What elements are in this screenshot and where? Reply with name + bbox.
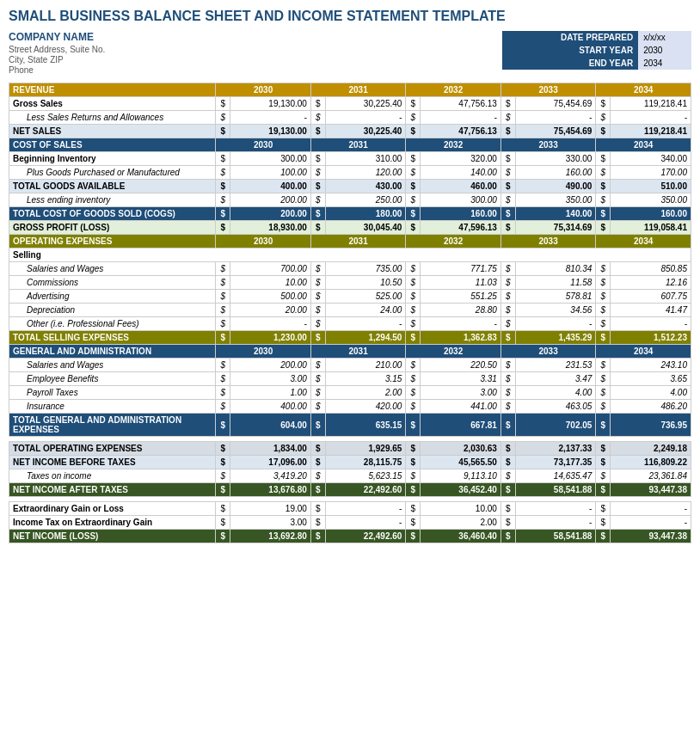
ga-salaries-label: Salaries and Wages [9, 359, 216, 372]
other-label: Other (i.e. Professional Fees) [9, 317, 216, 331]
gross-profit-row: GROSS PROFIT (LOSS) $18,930.00 $30,045.4… [9, 221, 691, 235]
total-selling-row: TOTAL SELLING EXPENSES $1,230.00 $1,294.… [9, 331, 691, 345]
start-year-value: 2030 [638, 44, 691, 57]
gen-admin-label: GENERAL AND ADMINISTRATION [9, 345, 216, 359]
year-2031-ga: 2031 [310, 345, 406, 359]
year-2030-ga: 2030 [216, 345, 311, 359]
selling-label-row: Selling [9, 248, 691, 262]
year-2034-ga: 2034 [596, 345, 691, 359]
year-2030-oe: 2030 [216, 235, 311, 248]
commissions-label: Commissions [9, 276, 216, 290]
operating-expenses-header-row: OPERATING EXPENSES 2030 2031 2032 2033 2… [9, 235, 691, 248]
year-2032-ga: 2032 [406, 345, 501, 359]
year-2031-cos: 2031 [310, 138, 406, 152]
total-goods-row: TOTAL GOODS AVAILABLE $400.00 $430.00 $4… [9, 180, 691, 193]
less-ending-label: Less ending inventory [9, 193, 216, 207]
selling-salaries-label: Salaries and Wages [9, 262, 216, 276]
net-sales-label: NET SALES [9, 125, 216, 138]
gross-profit-label: GROSS PROFIT (LOSS) [9, 221, 216, 235]
date-prepared-label: DATE PREPARED [502, 31, 638, 44]
net-after-taxes-row: NET INCOME AFTER TAXES $13,676.80 $22,49… [9, 483, 691, 497]
company-city: City, State ZIP [9, 55, 502, 64]
ga-salaries-row: Salaries and Wages $200.00 $210.00 $220.… [9, 359, 691, 372]
insurance-label: Insurance [9, 400, 216, 414]
year-2033-ga: 2033 [500, 345, 596, 359]
year-2031-oe: 2031 [310, 235, 406, 248]
income-tax-extraordinary-row: Income Tax on Extraordinary Gain $3.00 $… [9, 516, 691, 530]
company-name: COMPANY NAME [9, 31, 502, 43]
year-2030-revenue: 2030 [216, 83, 311, 97]
total-cogs-row: TOTAL COST OF GOODS SOLD (COGS) $200.00 … [9, 207, 691, 221]
company-address: Street Address, Suite No. [9, 45, 502, 54]
payroll-row: Payroll Taxes $1.00 $2.00 $3.00 $4.00 $4… [9, 386, 691, 400]
total-ga-row: TOTAL GENERAL AND ADMINISTRATION EXPENSE… [9, 414, 691, 437]
net-income-row: NET INCOME (LOSS) $13,692.80 $22,492.60 … [9, 530, 691, 543]
less-sales-row: Less Sales Returns and Allowances $- $- … [9, 111, 691, 125]
benefits-row: Employee Benefits $3.00 $3.15 $3.31 $3.4… [9, 372, 691, 386]
other-row: Other (i.e. Professional Fees) $- $- $- … [9, 317, 691, 331]
year-2031-revenue: 2031 [310, 83, 406, 97]
net-income-label: NET INCOME (LOSS) [9, 530, 216, 543]
depreciation-label: Depreciation [9, 304, 216, 317]
depreciation-row: Depreciation $20.00 $24.00 $28.80 $34.56… [9, 304, 691, 317]
year-2034-revenue: 2034 [596, 83, 691, 97]
selling-label: Selling [9, 248, 691, 262]
year-2030-cos: 2030 [216, 138, 311, 152]
gross-sales-row: Gross Sales $19,130.00 $30,225.40 $47,75… [9, 97, 691, 111]
year-2034-oe: 2034 [596, 235, 691, 248]
date-prepared-value: x/x/xx [638, 31, 691, 44]
cost-of-sales-header-row: COST OF SALES 2030 2031 2032 2033 2034 [9, 138, 691, 152]
advertising-row: Advertising $500.00 $525.00 $551.25 $578… [9, 290, 691, 304]
operating-expenses-label: OPERATING EXPENSES [9, 235, 216, 248]
beginning-inv-row: Beginning Inventory $300.00 $310.00 $320… [9, 152, 691, 166]
year-2034-cos: 2034 [596, 138, 691, 152]
net-before-taxes-row: NET INCOME BEFORE TAXES $17,096.00 $28,1… [9, 456, 691, 469]
gross-sales-label: Gross Sales [9, 97, 216, 111]
plus-goods-label: Plus Goods Purchased or Manufactured [9, 166, 216, 180]
extraordinary-gain-label: Extraordinary Gain or Loss [9, 502, 216, 516]
payroll-label: Payroll Taxes [9, 386, 216, 400]
commissions-row: Commissions $10.00 $10.50 $11.03 $11.58 … [9, 276, 691, 290]
less-sales-label: Less Sales Returns and Allowances [9, 111, 216, 125]
year-2032-cos: 2032 [406, 138, 501, 152]
revenue-header-row: REVENUE 2030 2031 2032 2033 2034 [9, 83, 691, 97]
total-cogs-label: TOTAL COST OF GOODS SOLD (COGS) [9, 207, 216, 221]
revenue-label: REVENUE [9, 83, 216, 97]
cost-of-sales-label: COST OF SALES [9, 138, 216, 152]
insurance-row: Insurance $400.00 $420.00 $441.00 $463.0… [9, 400, 691, 414]
year-2033-revenue: 2033 [500, 83, 596, 97]
beginning-inv-label: Beginning Inventory [9, 152, 216, 166]
net-sales-row: NET SALES $19,130.00 $30,225.40 $47,756.… [9, 125, 691, 138]
main-title: SMALL BUSINESS BALANCE SHEET AND INCOME … [9, 9, 691, 24]
taxes-label: Taxes on income [9, 469, 216, 483]
selling-salaries-row: Salaries and Wages $700.00 $735.00 $771.… [9, 262, 691, 276]
taxes-row: Taxes on income $3,419.20 $5,623.15 $9,1… [9, 469, 691, 483]
gen-admin-header-row: GENERAL AND ADMINISTRATION 2030 2031 203… [9, 345, 691, 359]
year-2033-cos: 2033 [500, 138, 596, 152]
total-selling-label: TOTAL SELLING EXPENSES [9, 331, 216, 345]
year-2032-oe: 2032 [406, 235, 501, 248]
advertising-label: Advertising [9, 290, 216, 304]
benefits-label: Employee Benefits [9, 372, 216, 386]
year-2032-revenue: 2032 [406, 83, 501, 97]
end-year-label: END YEAR [502, 57, 638, 70]
total-goods-label: TOTAL GOODS AVAILABLE [9, 180, 216, 193]
start-year-label: START YEAR [502, 44, 638, 57]
end-year-value: 2034 [638, 57, 691, 70]
plus-goods-row: Plus Goods Purchased or Manufactured $10… [9, 166, 691, 180]
total-operating-label: TOTAL OPERATING EXPENSES [9, 442, 216, 456]
income-tax-extraordinary-label: Income Tax on Extraordinary Gain [9, 516, 216, 530]
net-after-taxes-label: NET INCOME AFTER TAXES [9, 483, 216, 497]
extraordinary-gain-row: Extraordinary Gain or Loss $19.00 $- $10… [9, 502, 691, 516]
net-before-taxes-label: NET INCOME BEFORE TAXES [9, 456, 216, 469]
total-operating-row: TOTAL OPERATING EXPENSES $1,834.00 $1,92… [9, 442, 691, 456]
total-ga-label: TOTAL GENERAL AND ADMINISTRATION EXPENSE… [9, 414, 216, 437]
less-ending-row: Less ending inventory $200.00 $250.00 $3… [9, 193, 691, 207]
company-phone: Phone [9, 65, 502, 75]
year-2033-oe: 2033 [500, 235, 596, 248]
